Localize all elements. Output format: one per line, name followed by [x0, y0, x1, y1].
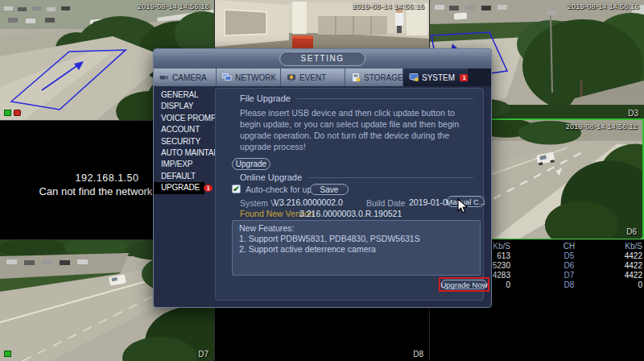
camera-icon — [159, 73, 169, 82]
tab-label: EVENT — [299, 73, 326, 82]
system-icon — [409, 73, 419, 82]
auto-check-checkbox[interactable]: ✔ — [232, 185, 241, 193]
timestamp: 2019-08-14 14:56:16 — [568, 2, 639, 10]
tab-label: STORAGE — [364, 73, 403, 82]
tab-system[interactable]: SYSTEM 1 — [403, 68, 468, 86]
section-divider — [297, 98, 473, 99]
sidebar-item-voice-prompt[interactable]: VOICE PROMPT — [154, 113, 215, 124]
dialog-titlebar[interactable]: SETTING — [154, 49, 491, 68]
channel-label: D7 — [198, 350, 208, 359]
save-button[interactable]: Save — [310, 184, 349, 195]
sidebar-item-general[interactable]: GENERAL — [154, 89, 215, 101]
tab-event[interactable]: EVENT — [281, 68, 345, 86]
file-upgrade-description: Please insert USB device and then click … — [240, 107, 475, 152]
event-icon — [287, 73, 296, 82]
network-icon — [222, 73, 232, 82]
tab-label: SYSTEM — [422, 73, 455, 82]
sidebar-item-account[interactable]: ACCOUNT — [154, 124, 215, 135]
sidebar-item-imp-exp[interactable]: IMP/EXP — [154, 159, 215, 170]
tab-storage[interactable]: STORAGE — [345, 68, 403, 86]
timestamp: 2019-08-14 14:56:12 — [566, 122, 638, 131]
motion-icon — [4, 351, 11, 357]
dialog-title: SETTING — [279, 52, 366, 66]
upgrade-alert-badge: 1 — [204, 185, 213, 192]
mouse-cursor — [457, 198, 468, 218]
upgrade-panel: File Upgrade Please insert USB device an… — [215, 88, 484, 301]
build-date-label: Build Date — [366, 198, 405, 208]
motion-icon — [4, 110, 11, 116]
setting-dialog: SETTING CAMERA NETWORK EVENT — [153, 48, 492, 308]
upgrade-button[interactable]: Upgrade — [232, 158, 270, 170]
channel-label: D3 — [628, 109, 638, 118]
sidebar-item-security[interactable]: SECURITY — [154, 136, 215, 147]
sidebar-item-auto-maintain[interactable]: AUTO MAINTAIN — [154, 147, 215, 159]
new-features-box: New Features: 1. Support PDBW5831, PDB48… — [232, 220, 481, 276]
tab-label: CAMERA — [172, 73, 207, 82]
sidebar-item-default[interactable]: DEFAULT — [154, 171, 215, 182]
sidebar-item-display[interactable]: DISPLAY — [154, 101, 215, 112]
sidebar-item-label: UPGRADE — [161, 182, 200, 193]
tab-network[interactable]: NETWORK — [217, 68, 281, 86]
found-new-version-value: 3.216.0000003.0.R.190521 — [299, 209, 402, 218]
tabs-filler — [468, 68, 491, 86]
tab-label: NETWORK — [235, 73, 276, 82]
tab-camera[interactable]: CAMERA — [154, 68, 217, 86]
channel-label: D6 — [626, 227, 637, 236]
sidebar-item-upgrade[interactable]: UPGRADE 1 — [154, 182, 204, 193]
settings-sidebar: GENERAL DISPLAY VOICE PROMPT ACCOUNT SEC… — [154, 86, 215, 307]
nvr-live-view-screen: 2019-08-14 14:56:16 2019-08-14 14:56:16 — [0, 0, 644, 361]
settings-tabs: CAMERA NETWORK EVENT STORAGE — [154, 68, 491, 86]
section-divider — [308, 177, 473, 178]
timestamp: 2019-08-14 14:56:16 — [138, 2, 209, 10]
upgrade-now-highlight-box: Upgrade Now — [439, 277, 489, 292]
timestamp: 2019-08-14 14:56:16 — [353, 2, 424, 10]
storage-icon — [351, 73, 361, 82]
system-version-value: V3.216.0000002.0 — [274, 197, 343, 207]
upgrade-now-button[interactable]: Upgrade Now — [441, 280, 487, 289]
channel-label: D8 — [413, 350, 423, 359]
record-icon — [14, 110, 21, 116]
file-upgrade-section-title: File Upgrade — [240, 93, 291, 103]
online-upgrade-section-title: Online Upgrade — [240, 172, 302, 182]
